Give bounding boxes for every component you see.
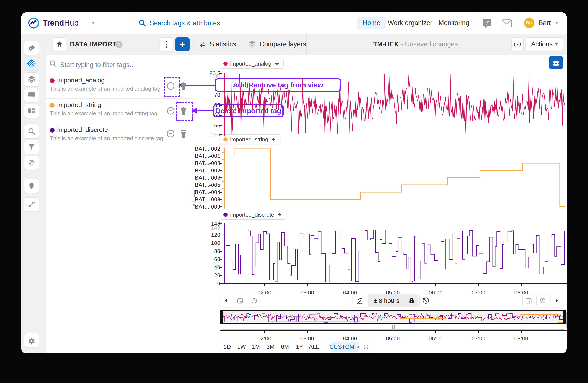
pan-right-button[interactable] <box>550 294 563 307</box>
chart-discrete-plot[interactable] <box>225 224 565 283</box>
start-date-button[interactable] <box>234 294 246 307</box>
nav-tab-home[interactable]: Home <box>357 17 386 29</box>
clock-icon <box>251 297 258 304</box>
time-label: 06:00 <box>421 289 451 296</box>
time-axis-line <box>220 283 567 284</box>
sidebar-item-tag-calculator[interactable] <box>24 57 39 71</box>
nav-tab-monitoring[interactable]: Monitoring <box>439 12 469 34</box>
nav-tab-work-organizer[interactable]: Work organizer <box>388 12 433 34</box>
y-tick-label: BAT...-009 <box>178 203 220 210</box>
axis-tick <box>219 149 222 149</box>
series-color-dot <box>224 213 228 217</box>
overview-mini-chart[interactable] <box>223 311 563 324</box>
sidebar-item-layers[interactable] <box>24 72 39 86</box>
y-tick-label: 0 <box>178 280 220 287</box>
range-button-all[interactable]: ALL <box>307 342 321 352</box>
time-window-control[interactable]: ± 8 hours <box>368 294 418 307</box>
range-button-1d[interactable]: 1D <box>220 342 234 352</box>
layers-diamond-icon <box>248 40 256 49</box>
overview-right-handle[interactable] <box>564 310 566 324</box>
sidebar-item-comments[interactable] <box>24 88 39 102</box>
panel-help-icon[interactable]: ? <box>115 41 123 48</box>
range-button-3m[interactable]: 3M <box>263 342 278 352</box>
sidebar-item-fingerprint[interactable] <box>24 156 39 170</box>
y-tick-label: 60 <box>178 256 220 262</box>
move-icon[interactable] <box>277 212 283 218</box>
mail-icon[interactable] <box>501 19 512 28</box>
y-tick-label: BAT...-002 <box>178 146 220 152</box>
time-axis-tick <box>393 331 393 333</box>
chart-settings-button[interactable] <box>549 56 563 69</box>
range-button-group: 1D1W1M3M6M1YALL <box>220 342 321 352</box>
range-button-6m[interactable]: 6M <box>278 342 292 352</box>
time-label: 02:00 <box>250 335 279 342</box>
home-view-button[interactable] <box>53 38 66 51</box>
compare-layers-button[interactable]: Compare layers <box>248 34 306 55</box>
range-button-1w[interactable]: 1W <box>234 342 249 352</box>
help-icon[interactable]: ? <box>482 18 492 29</box>
focus-range-button[interactable] <box>361 342 371 352</box>
view-title: TM-HEX - Unsaved changes <box>330 34 501 55</box>
end-date-button[interactable] <box>522 294 535 307</box>
actions-button[interactable]: Actions ▾ <box>526 38 563 51</box>
live-broadcast-button[interactable] <box>511 38 524 51</box>
sidebar-item-recommendations[interactable] <box>24 179 39 193</box>
legend-chip-imported-discrete[interactable]: imported_discrete <box>220 210 286 220</box>
add-tag-button[interactable]: + <box>175 38 189 51</box>
overview-scroll-grip[interactable] <box>391 325 395 328</box>
remove-tag-from-view-button[interactable] <box>166 82 175 90</box>
remove-tag-from-view-button[interactable] <box>166 107 175 115</box>
start-time-button[interactable] <box>248 294 260 307</box>
time-axis-tick <box>264 331 265 333</box>
sidebar-item-dashboard[interactable] <box>24 104 39 118</box>
clock-icon <box>539 297 546 304</box>
range-button-1m[interactable]: 1M <box>249 342 263 352</box>
legend-chip-imported-analog[interactable]: imported_analog <box>220 59 284 69</box>
broadcast-icon <box>513 40 522 49</box>
user-menu-caret-icon[interactable]: ▾ <box>556 12 558 34</box>
tag-filter-input[interactable] <box>60 59 163 70</box>
brand-caret-icon[interactable]: ▾ <box>92 12 94 34</box>
axis-tick <box>219 259 222 260</box>
sidebar-item-context[interactable] <box>24 197 39 211</box>
trendhub-logo-icon <box>28 17 40 29</box>
axis-tick <box>219 95 222 95</box>
history-button[interactable] <box>420 294 432 307</box>
swap-arrows-icon <box>198 40 207 49</box>
sidebar-item-tags[interactable] <box>24 41 39 55</box>
time-label: 08:00 <box>506 289 536 296</box>
sidebar-item-settings[interactable] <box>24 333 39 347</box>
move-icon[interactable] <box>274 61 280 67</box>
axis-tick <box>219 206 222 207</box>
time-label: 07:00 <box>463 335 493 342</box>
divider <box>518 12 518 34</box>
chart-type-button[interactable] <box>353 294 366 307</box>
lock-icon[interactable] <box>405 296 418 305</box>
global-search-input[interactable] <box>149 18 269 29</box>
top-bar: TrendHub ▾ Home Work organizer Monitorin… <box>21 12 567 34</box>
app-window: TrendHub ▾ Home Work organizer Monitorin… <box>21 12 567 353</box>
custom-range-button[interactable]: CUSTOM ▲ <box>331 342 359 352</box>
delete-tag-button[interactable] <box>179 82 188 90</box>
remove-tag-from-view-button[interactable] <box>166 129 175 138</box>
user-avatar[interactable]: BH <box>524 18 534 28</box>
search-icon <box>27 127 36 136</box>
tag-description: This is an example of an imported string… <box>50 110 157 117</box>
statistics-button[interactable]: Statistics <box>198 34 236 55</box>
sidebar-item-search[interactable] <box>24 124 39 138</box>
y-tick-label: BAT...-008 <box>178 160 220 166</box>
end-time-button[interactable] <box>536 294 549 307</box>
pan-left-button[interactable] <box>220 294 232 307</box>
gear-icon <box>27 336 36 345</box>
overview-left-handle[interactable] <box>220 310 223 324</box>
panel-menu-button[interactable] <box>160 38 173 51</box>
move-icon[interactable] <box>271 136 277 142</box>
sidebar-item-filter[interactable] <box>24 140 39 154</box>
user-name[interactable]: Bart <box>539 12 551 34</box>
legend-chip-imported-string[interactable]: imported_string <box>220 134 280 144</box>
chart-string-plot[interactable] <box>225 148 565 208</box>
y-tick-label: 80 <box>178 248 220 254</box>
y-tick-label: BAT...-001 <box>178 153 220 159</box>
range-button-1y[interactable]: 1Y <box>292 342 307 352</box>
chart-analog-plot[interactable] <box>225 73 565 134</box>
